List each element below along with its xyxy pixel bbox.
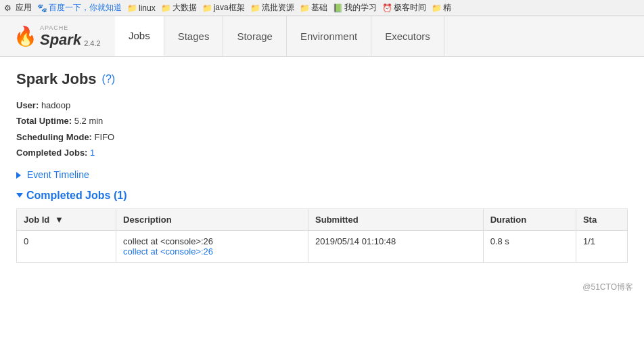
tab-stages-label: Stages	[178, 30, 210, 42]
uptime-value: 5.2 min	[74, 116, 104, 126]
apache-label: APACHE	[40, 24, 68, 31]
triangle-down-icon	[16, 193, 23, 198]
cell-status: 1/1	[576, 230, 627, 262]
folder-icon-bigdata: 📁	[161, 3, 170, 13]
col-status-label: Sta	[583, 215, 597, 225]
event-timeline-section: Event Timeline	[16, 169, 628, 180]
status-value: 1/1	[583, 236, 595, 246]
spark-version: 2.4.2	[84, 39, 100, 47]
user-value: hadoop	[41, 100, 70, 110]
folder-icon-stream: 📁	[250, 3, 260, 13]
table-row: 0 collect at <console>:26 collect at <co…	[17, 230, 628, 262]
bookmark-stream-label: 流批资源	[262, 2, 294, 14]
bookmark-basic-label: 基础	[311, 2, 327, 14]
completed-row: Completed Jobs: 1	[16, 145, 628, 160]
geek-icon: ⏰	[382, 3, 392, 13]
baidu-icon: 🐾	[37, 3, 47, 13]
nav-bar: 🔥 APACHE Spark 2.4.2 Jobs Stages Storage…	[0, 16, 644, 57]
bookmark-geek-label: 极客时间	[394, 2, 426, 14]
logo-area: 🔥 APACHE Spark 2.4.2	[0, 24, 115, 49]
bookmark-java-label: java框架	[214, 2, 245, 14]
bookmark-mylearn[interactable]: 📗 我的学习	[333, 2, 377, 14]
apps-icon: ⚙	[4, 3, 14, 13]
jobs-table: Job Id ▼ Description Submitted Duration …	[16, 208, 628, 263]
completed-jobs-header: Completed Jobs (1)	[16, 190, 628, 202]
bookmark-more-label: 精	[443, 2, 451, 14]
tab-jobs-label: Jobs	[129, 30, 150, 41]
spark-label: Spark	[40, 31, 81, 49]
event-timeline-link[interactable]: Event Timeline	[27, 169, 89, 180]
folder-icon-more: 📁	[432, 3, 441, 13]
main-content: Spark Jobs (?) User: hadoop Total Uptime…	[0, 57, 644, 276]
folder-icon-mylearn: 📗	[333, 3, 342, 13]
col-description: Description	[116, 208, 308, 230]
table-body: 0 collect at <console>:26 collect at <co…	[17, 230, 628, 262]
completed-label: Completed Jobs:	[16, 148, 87, 158]
col-job-id[interactable]: Job Id ▼	[17, 208, 116, 230]
watermark: @51CTO博客	[582, 282, 633, 292]
job-id-value: 0	[24, 236, 28, 246]
uptime-label: Total Uptime:	[16, 116, 72, 126]
tab-stages[interactable]: Stages	[164, 16, 224, 56]
col-submitted-label: Submitted	[315, 215, 359, 225]
cell-duration: 0.8 s	[483, 230, 576, 262]
bookmark-apps-label: 应用	[16, 2, 32, 14]
duration-value: 0.8 s	[490, 236, 509, 246]
bookmark-bigdata-label: 大数据	[172, 2, 197, 14]
cell-submitted: 2019/05/14 01:10:48	[308, 230, 484, 262]
col-status: Sta	[576, 208, 627, 230]
completed-jobs-section-label: Completed Jobs (1)	[26, 190, 127, 202]
user-row: User: hadoop	[16, 97, 628, 113]
bookmark-linux[interactable]: 📁 linux	[127, 3, 156, 13]
info-section: User: hadoop Total Uptime: 5.2 min Sched…	[16, 97, 628, 161]
bookmark-more[interactable]: 📁 精	[432, 2, 451, 14]
bookmark-geek[interactable]: ⏰ 极客时间	[382, 2, 426, 14]
spark-flame-icon: 🔥	[14, 25, 37, 47]
tab-executors[interactable]: Executors	[371, 16, 444, 56]
col-description-label: Description	[123, 215, 172, 225]
cell-description: collect at <console>:26 collect at <cons…	[116, 230, 308, 262]
bookmark-baidu-label: 百度一下，你就知道	[49, 2, 122, 14]
folder-icon-linux: 📁	[127, 3, 137, 13]
tab-storage[interactable]: Storage	[223, 16, 287, 56]
uptime-row: Total Uptime: 5.2 min	[16, 113, 628, 129]
scheduling-row: Scheduling Mode: FIFO	[16, 129, 628, 145]
folder-icon-basic: 📁	[300, 3, 309, 13]
col-submitted: Submitted	[308, 208, 484, 230]
spark-logo: APACHE Spark	[40, 24, 81, 49]
bookmark-apps[interactable]: ⚙ 应用	[4, 2, 32, 14]
page-title: Spark Jobs	[16, 70, 97, 88]
col-job-id-label: Job Id	[24, 215, 49, 225]
bookmark-stream[interactable]: 📁 流批资源	[250, 2, 294, 14]
bookmark-bigdata[interactable]: 📁 大数据	[161, 2, 197, 14]
table-header-row: Job Id ▼ Description Submitted Duration …	[17, 208, 628, 230]
page-title-area: Spark Jobs (?)	[16, 70, 628, 88]
tab-storage-label: Storage	[237, 30, 273, 42]
scheduling-value: FIFO	[95, 132, 115, 142]
description-link[interactable]: collect at <console>:26	[123, 246, 301, 257]
bookmark-linux-label: linux	[139, 3, 156, 13]
bookmark-baidu[interactable]: 🐾 百度一下，你就知道	[37, 2, 122, 14]
footer: @51CTO博客	[0, 276, 644, 299]
col-duration-label: Duration	[490, 215, 526, 225]
triangle-right-icon	[16, 172, 21, 179]
user-label: User:	[16, 100, 39, 110]
tab-environment-label: Environment	[300, 30, 357, 42]
sort-icon: ▼	[55, 215, 64, 225]
bookmark-bar: ⚙ 应用 🐾 百度一下，你就知道 📁 linux 📁 大数据 📁 java框架 …	[0, 0, 644, 16]
tab-environment[interactable]: Environment	[287, 16, 371, 56]
scheduling-label: Scheduling Mode:	[16, 132, 92, 142]
completed-jobs-link[interactable]: 1	[90, 148, 95, 158]
submitted-value: 2019/05/14 01:10:48	[315, 236, 396, 246]
description-line1: collect at <console>:26	[123, 236, 213, 246]
nav-tabs: Jobs Stages Storage Environment Executor…	[115, 16, 444, 56]
bookmark-basic[interactable]: 📁 基础	[300, 2, 327, 14]
col-duration: Duration	[483, 208, 576, 230]
cell-job-id: 0	[17, 230, 116, 262]
bookmark-java[interactable]: 📁 java框架	[202, 2, 245, 14]
table-header: Job Id ▼ Description Submitted Duration …	[17, 208, 628, 230]
tab-jobs[interactable]: Jobs	[115, 16, 164, 56]
help-link[interactable]: (?)	[102, 73, 116, 85]
folder-icon-java: 📁	[202, 3, 212, 13]
bookmark-mylearn-label: 我的学习	[344, 2, 377, 14]
